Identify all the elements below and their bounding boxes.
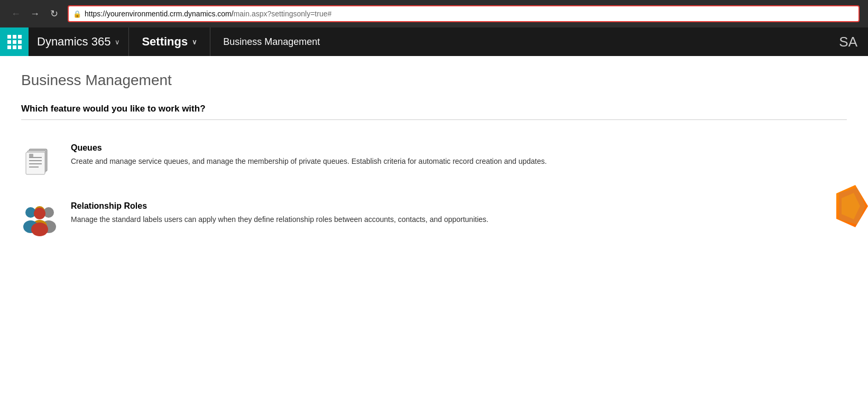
svg-rect-7 [29, 154, 33, 157]
settings-chevron: ∨ [192, 38, 197, 46]
relationship-roles-title: Relationship Roles [71, 201, 488, 211]
svg-point-15 [31, 222, 48, 236]
waffle-dot [18, 35, 22, 39]
address-text: https://yourenvironmentid.crm.dynamics.c… [85, 10, 331, 18]
user-avatar[interactable]: SA [828, 27, 868, 56]
waffle-grid [7, 35, 22, 49]
queues-text: Queues Create and manage service queues,… [71, 143, 547, 167]
waffle-dot [7, 35, 11, 39]
feature-item-relationship-roles[interactable]: Relationship Roles Manage the standard l… [21, 191, 847, 249]
nav-buttons: ← → ↻ [8, 6, 61, 21]
svg-point-14 [34, 208, 45, 219]
lock-icon: 🔒 [73, 10, 81, 18]
browser-chrome: ← → ↻ 🔒 https://yourenvironmentid.crm.dy… [0, 0, 868, 27]
feature-list: Queues Create and manage service queues,… [21, 133, 847, 249]
address-bar[interactable]: 🔒 https://yourenvironmentid.crm.dynamics… [68, 5, 860, 22]
forward-button[interactable]: → [27, 6, 42, 21]
section-label-text: Business Management [223, 36, 320, 48]
feature-question: Which feature would you like to work wit… [21, 104, 847, 120]
queues-icon [21, 143, 58, 180]
page-content: Business Management Which feature would … [0, 56, 868, 265]
waffle-dot [18, 40, 22, 44]
address-bar-wrapper: 🔒 https://yourenvironmentid.crm.dynamics… [68, 5, 860, 22]
refresh-button[interactable]: ↻ [47, 6, 61, 21]
relationship-roles-text: Relationship Roles Manage the standard l… [71, 201, 488, 225]
page-title: Business Management [21, 72, 847, 89]
app-name-label: Dynamics 365 [37, 35, 110, 49]
waffle-dot [18, 45, 22, 49]
settings-label: Settings [142, 35, 188, 49]
waffle-dot [13, 45, 16, 49]
relationship-roles-description: Manage the standard labels users can app… [71, 214, 488, 225]
queues-title: Queues [71, 143, 547, 153]
waffle-button[interactable] [0, 27, 29, 56]
feature-item-queues[interactable]: Queues Create and manage service queues,… [21, 133, 847, 191]
url-rest-part: main.aspx?settingsonly=true# [234, 10, 332, 18]
waffle-dot [13, 35, 16, 39]
relationship-roles-icon [21, 201, 58, 238]
app-name-button[interactable]: Dynamics 365 ∨ [29, 27, 129, 56]
url-visible-part: https://yourenvironmentid.crm.dynamics.c… [85, 10, 234, 18]
waffle-dot [13, 40, 16, 44]
settings-button[interactable]: Settings ∨ [129, 27, 210, 56]
waffle-dot [7, 40, 11, 44]
section-name: Business Management [210, 27, 333, 56]
app-name-chevron: ∨ [115, 38, 120, 46]
waffle-dot [7, 45, 11, 49]
app-header: Dynamics 365 ∨ Settings ∨ Business Manag… [0, 27, 868, 56]
user-initials: SA [839, 34, 857, 50]
back-button[interactable]: ← [8, 6, 23, 21]
queues-description: Create and manage service queues, and ma… [71, 156, 547, 167]
